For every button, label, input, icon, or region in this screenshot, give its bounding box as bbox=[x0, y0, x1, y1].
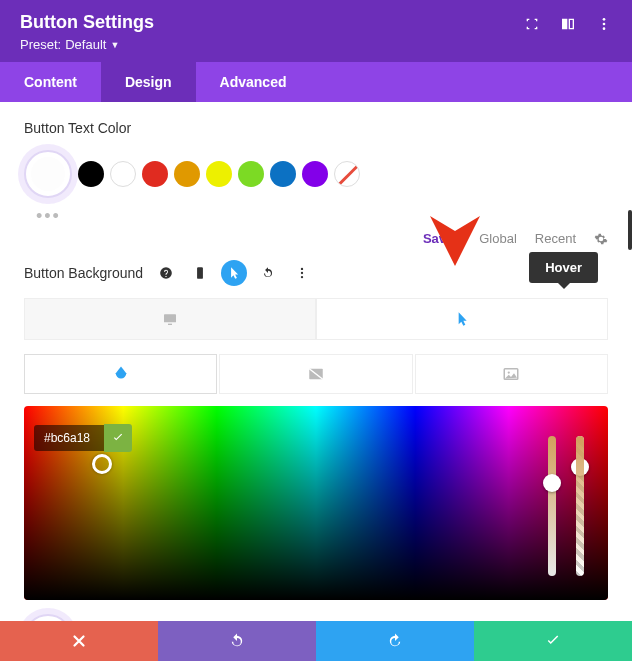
hue-slider[interactable] bbox=[548, 436, 556, 576]
svg-point-5 bbox=[301, 272, 303, 274]
bg-type-gradient[interactable] bbox=[219, 354, 412, 394]
preset-label: Preset: bbox=[20, 37, 61, 52]
footer-actions bbox=[0, 621, 632, 661]
color-swatch[interactable] bbox=[238, 161, 264, 187]
page-title: Button Settings bbox=[20, 12, 154, 33]
hex-chip bbox=[34, 424, 132, 452]
redo-button[interactable] bbox=[316, 621, 474, 661]
gear-icon[interactable] bbox=[594, 232, 608, 246]
hover-tooltip: Hover bbox=[529, 252, 598, 283]
svg-point-4 bbox=[301, 268, 303, 270]
reset-icon[interactable] bbox=[255, 260, 281, 286]
bg-type-image[interactable] bbox=[415, 354, 608, 394]
color-picker[interactable] bbox=[24, 406, 608, 600]
background-label: Button Background bbox=[24, 265, 143, 281]
color-swatch[interactable] bbox=[270, 161, 296, 187]
tab-advanced[interactable]: Advanced bbox=[196, 62, 311, 102]
svg-rect-8 bbox=[168, 324, 172, 325]
palette-saved-link[interactable]: Saved bbox=[423, 231, 461, 246]
state-tab-default[interactable] bbox=[24, 298, 316, 340]
background-controls bbox=[153, 260, 315, 286]
preset-selector[interactable]: Preset: Default ▼ bbox=[20, 37, 154, 52]
palette-global-link[interactable]: Global bbox=[479, 231, 517, 246]
columns-icon[interactable] bbox=[560, 16, 576, 32]
more-horizontal-icon[interactable]: ••• bbox=[36, 206, 608, 227]
header-left: Button Settings Preset: Default ▼ bbox=[20, 12, 154, 52]
more-vertical-icon[interactable] bbox=[289, 260, 315, 286]
alpha-slider[interactable] bbox=[576, 436, 584, 576]
current-text-color-inner bbox=[31, 157, 65, 191]
tab-design[interactable]: Design bbox=[101, 62, 196, 102]
svg-point-1 bbox=[603, 23, 606, 26]
hue-slider-handle[interactable] bbox=[543, 474, 561, 492]
save-button[interactable] bbox=[474, 621, 632, 661]
tab-content[interactable]: Content bbox=[0, 62, 101, 102]
color-swatch[interactable] bbox=[334, 161, 360, 187]
current-text-color[interactable] bbox=[24, 150, 72, 198]
svg-point-11 bbox=[508, 371, 510, 373]
cancel-button[interactable] bbox=[0, 621, 158, 661]
color-swatch[interactable] bbox=[206, 161, 232, 187]
text-color-swatches bbox=[24, 150, 608, 198]
svg-point-0 bbox=[603, 18, 606, 21]
state-tabs bbox=[24, 298, 608, 340]
palette-filter-row: Saved Global Recent bbox=[24, 231, 608, 246]
picker-cursor[interactable] bbox=[92, 454, 112, 474]
color-swatch[interactable] bbox=[142, 161, 168, 187]
header-actions bbox=[524, 16, 612, 32]
svg-rect-7 bbox=[164, 314, 176, 322]
background-label-row: Button Background bbox=[24, 260, 608, 286]
bg-type-color[interactable] bbox=[24, 354, 217, 394]
background-type-tabs bbox=[24, 354, 608, 394]
settings-header: Button Settings Preset: Default ▼ bbox=[0, 0, 632, 62]
text-color-label: Button Text Color bbox=[24, 120, 608, 136]
scrollbar-thumb[interactable] bbox=[628, 210, 632, 250]
state-tab-hover[interactable] bbox=[316, 298, 608, 340]
preset-value: Default bbox=[65, 37, 106, 52]
hex-confirm-button[interactable] bbox=[104, 424, 132, 452]
palette-recent-link[interactable]: Recent bbox=[535, 231, 576, 246]
hover-cursor-icon[interactable] bbox=[221, 260, 247, 286]
help-icon[interactable] bbox=[153, 260, 179, 286]
color-swatch[interactable] bbox=[110, 161, 136, 187]
hex-input[interactable] bbox=[34, 425, 104, 451]
main-tabs: Content Design Advanced bbox=[0, 62, 632, 102]
undo-button[interactable] bbox=[158, 621, 316, 661]
content-area: Button Text Color ••• Saved Global Recen… bbox=[0, 102, 632, 661]
color-swatch[interactable] bbox=[302, 161, 328, 187]
alpha-slider-handle[interactable] bbox=[571, 458, 589, 476]
svg-rect-3 bbox=[197, 267, 203, 279]
phone-icon[interactable] bbox=[187, 260, 213, 286]
more-vertical-icon[interactable] bbox=[596, 16, 612, 32]
color-swatch[interactable] bbox=[78, 161, 104, 187]
color-swatch[interactable] bbox=[174, 161, 200, 187]
svg-point-2 bbox=[603, 27, 606, 30]
chevron-down-icon: ▼ bbox=[110, 40, 119, 50]
expand-icon[interactable] bbox=[524, 16, 540, 32]
svg-point-6 bbox=[301, 276, 303, 278]
